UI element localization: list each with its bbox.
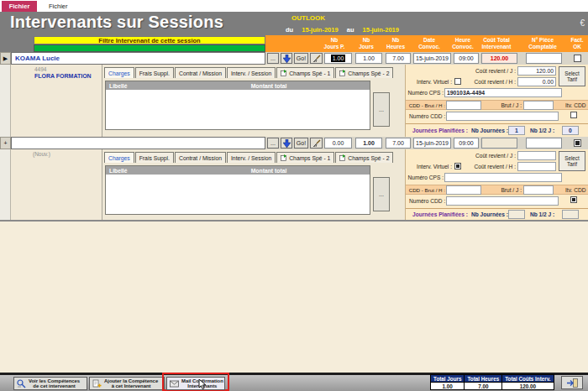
select-tarif-button[interactable]: SelectTarif — [559, 151, 585, 171]
fact-ok-checkbox[interactable] — [574, 139, 581, 147]
tab-champs-spe-1[interactable]: Champs Spé - 1 — [276, 152, 334, 163]
nb-journees-label: Nb Journées : — [471, 128, 507, 133]
tab-charges[interactable]: Charges — [104, 152, 134, 163]
numero-cps-field[interactable]: 190103A-4494 — [444, 88, 562, 97]
brut-j-label: Brut / J : — [485, 187, 522, 193]
intervenant-name-field[interactable] — [11, 137, 265, 149]
cout-h-field[interactable] — [517, 162, 556, 171]
tab-champs-spe-1[interactable]: Champs Spé - 1 — [276, 67, 334, 78]
mail-confirmation-button[interactable]: Mail ConfirmationIntervenants — [166, 377, 225, 390]
tab-charges[interactable]: Charges — [104, 67, 134, 78]
charges-table[interactable]: LibelléMontant total — [105, 81, 370, 130]
ribbon-bar: Fichier Fichier — [0, 0, 588, 12]
mail-icon — [170, 380, 179, 388]
tab-interv-session[interactable]: Interv. / Session — [227, 152, 276, 163]
goto-arrow-button[interactable] — [281, 138, 292, 149]
record-2-detail: (Nouv.) Charges Frais Suppl. Contrat / M… — [0, 149, 588, 220]
itv-cdd-label: Itv. CDD — [565, 102, 587, 108]
file-menu-item[interactable]: Fichier — [49, 3, 68, 10]
journees-row: Journées Planifiées : Nb Journées : 1 Nb… — [406, 123, 588, 136]
go-button[interactable]: Go! — [294, 138, 308, 149]
col-date-convoc: DateConvoc. — [411, 37, 448, 50]
nb-journees-field[interactable] — [508, 210, 525, 219]
exit-button[interactable] — [561, 376, 583, 389]
cdd-brut-h-field[interactable] — [446, 185, 481, 195]
detail-margin — [0, 65, 11, 137]
more-button[interactable]: ... — [267, 138, 279, 149]
nb-journees-field[interactable]: 1 — [508, 126, 525, 135]
table-more-button[interactable]: ... — [373, 92, 390, 127]
nb-jours-p-field[interactable]: 1.00 — [324, 53, 352, 64]
cout-total-field[interactable] — [481, 138, 517, 149]
mouse-cursor — [198, 379, 207, 390]
more-button[interactable]: ... — [267, 53, 279, 64]
cdd-brut-h-field[interactable] — [446, 101, 481, 110]
down-arrow-icon — [283, 139, 291, 148]
tab-frais-suppl[interactable]: Frais Suppl. — [135, 152, 174, 163]
tab-frais-suppl[interactable]: Frais Suppl. — [135, 67, 174, 78]
select-tarif-button[interactable]: SelectTarif — [559, 66, 585, 86]
cout-j-field[interactable]: 120.00 — [517, 66, 556, 76]
tab-champs-spe-2[interactable]: Champs Spé - 2 — [335, 67, 393, 78]
nb-demi-j-field[interactable] — [562, 210, 579, 219]
date-convoc-field[interactable]: 15-juin-2019 — [413, 138, 451, 149]
nb-demi-j-field[interactable]: 0 — [562, 126, 579, 135]
subheader-band: Filtre Intervenant de cette session NbJo… — [0, 35, 588, 52]
itv-cdd-checkbox[interactable] — [570, 196, 577, 203]
numero-cps-field[interactable] — [444, 173, 562, 182]
nb-jours-field[interactable]: 1.00 — [355, 53, 382, 64]
total-jours-header: Total Jours — [431, 375, 465, 383]
cout-h-field[interactable]: 0.00 — [517, 77, 556, 86]
tab-champs-spe-2[interactable]: Champs Spé - 2 — [335, 152, 393, 163]
ajouter-competence-button[interactable]: Ajouter la Compétenceà cet Intervenant — [89, 377, 165, 390]
total-couts-header: Total Coûts Interv. — [502, 375, 554, 383]
brut-j-field[interactable] — [523, 101, 554, 110]
charges-table[interactable]: LibelléMontant total — [105, 165, 370, 215]
filter-input[interactable] — [34, 44, 265, 52]
numero-cdd-field[interactable] — [446, 112, 559, 121]
nb-heures-field[interactable]: 7.00 — [386, 53, 411, 64]
file-tab[interactable]: Fichier — [2, 1, 37, 12]
detail-center: Charges Frais Suppl. Contrat / Mission I… — [102, 65, 405, 137]
voir-competences-button[interactable]: Voir les Compétencesde cet intervenant — [13, 377, 87, 390]
detail-tabs: Charges Frais Suppl. Contrat / Mission I… — [104, 152, 394, 163]
nb-heures-field[interactable]: 7.00 — [386, 138, 411, 149]
row-selector[interactable]: + — [0, 137, 11, 149]
detail-tabs: Charges Frais Suppl. Contrat / Mission I… — [104, 67, 394, 78]
piece-comptable-field[interactable] — [526, 53, 562, 64]
col-cout-total: Coût TotalIntervenant — [475, 37, 517, 50]
form-icon — [339, 154, 346, 161]
form-icon — [281, 154, 287, 161]
nb-jours-field[interactable]: 1.00 — [355, 138, 382, 149]
page-title: Intervenants sur Sessions — [10, 13, 223, 32]
brut-j-label: Brut / J : — [485, 102, 522, 108]
tab-contrat-mission[interactable]: Contrat / Mission — [175, 67, 226, 78]
charges-table-header: LibelléMontant total — [106, 166, 370, 175]
clean-button[interactable] — [310, 138, 323, 149]
clean-button[interactable] — [310, 53, 323, 64]
date-to: 15-juin-2019 — [363, 26, 399, 34]
row-selector[interactable]: ▶ — [0, 52, 11, 65]
date-convoc-field[interactable]: 15-juin-2019 — [413, 53, 451, 64]
intervenant-name-field[interactable]: KOAMA Lucie — [11, 52, 265, 65]
charges-table-header: LibelléMontant total — [106, 81, 370, 90]
table-more-button[interactable]: ... — [373, 177, 390, 211]
goto-arrow-button[interactable] — [281, 53, 292, 64]
heure-convoc-field[interactable]: 09:00 — [454, 138, 479, 149]
nb-jours-p-field[interactable]: 0.00 — [324, 138, 352, 149]
col-nb-jours: NbJours — [351, 37, 381, 50]
cout-total-field[interactable]: 120.00 — [481, 53, 517, 64]
heure-convoc-field[interactable]: 09:00 — [454, 53, 479, 64]
numero-cdd-field[interactable] — [446, 196, 559, 206]
col-nb-heures: NbHeures — [381, 37, 410, 50]
brut-j-field[interactable] — [523, 185, 554, 195]
piece-comptable-field[interactable] — [526, 138, 562, 149]
itv-cdd-checkbox[interactable] — [570, 112, 577, 118]
total-jours-value: 1.00 — [431, 383, 465, 390]
detail-margin — [0, 149, 11, 220]
tab-interv-session[interactable]: Interv. / Session — [227, 67, 276, 78]
go-button[interactable]: Go! — [294, 53, 308, 64]
fact-ok-checkbox[interactable] — [574, 55, 581, 62]
cout-j-field[interactable] — [517, 151, 556, 160]
tab-contrat-mission[interactable]: Contrat / Mission — [175, 152, 226, 163]
